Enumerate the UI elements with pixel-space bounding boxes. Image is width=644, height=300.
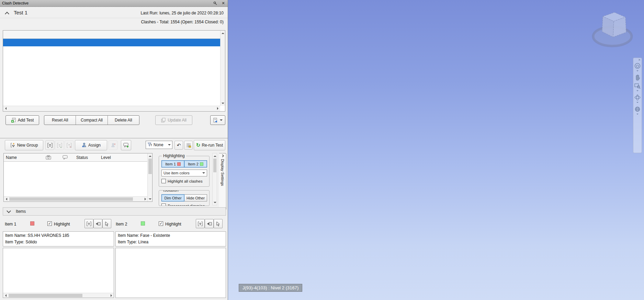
dim-other-button[interactable]: Dim Other	[161, 194, 184, 201]
item2-swatch	[141, 221, 145, 226]
transparent-dimming-checkbox[interactable]	[161, 204, 166, 206]
highlight-all-checkbox[interactable]	[161, 179, 166, 183]
orbit-icon[interactable]	[634, 94, 641, 101]
item2-back-button[interactable]	[205, 219, 214, 228]
rerun-test-button[interactable]: ↻ Re-run Test	[194, 140, 225, 150]
collapse-items-icon	[7, 209, 11, 213]
dropdown-arrow-icon[interactable]	[636, 114, 639, 116]
results-horizontal-scrollbar[interactable]	[4, 196, 148, 201]
remove-from-group-button[interactable]	[65, 140, 74, 150]
column-name[interactable]: Name	[4, 153, 41, 161]
tests-table-row[interactable]	[3, 39, 220, 46]
item1-name-text: Item Name: SS.HH VARONES 185	[5, 232, 112, 239]
column-camera[interactable]	[41, 153, 54, 161]
results-grid-rows	[4, 162, 148, 197]
speech-bubble-icon	[63, 155, 68, 160]
item2-highlight-checkbox[interactable]: ✓	[159, 221, 163, 226]
zoom-window-icon[interactable]	[634, 82, 641, 90]
tests-vertical-scrollbar[interactable]	[220, 31, 225, 106]
isolation-group: Isolation Dim Other Hide Other Transpare…	[159, 190, 210, 206]
new-group-label: New Group	[17, 143, 38, 148]
dropdown-arrow-icon	[168, 144, 171, 147]
item1-tree	[3, 248, 114, 298]
items-section-header[interactable]: Items	[3, 207, 226, 216]
update-all-button[interactable]: Update All	[155, 115, 192, 125]
reset-all-button[interactable]: Reset All	[44, 116, 76, 125]
cursor-icon	[105, 221, 109, 226]
display-settings-label: Display Settings	[221, 159, 225, 186]
test-actions-group: Reset All Compact All Delete All	[44, 115, 139, 125]
dropdown-arrow-icon[interactable]	[636, 90, 639, 92]
hide-other-button[interactable]: Hide Other	[184, 194, 207, 201]
add-to-group-button[interactable]	[55, 140, 64, 150]
item2-toggle-button[interactable]: Item 2	[184, 160, 207, 168]
update-all-icon	[161, 118, 166, 123]
item2-highlight-label: Highlight	[165, 222, 181, 227]
comment-icon	[123, 142, 129, 148]
dropdown-arrow-icon	[220, 119, 223, 122]
delete-all-button[interactable]: Delete All	[108, 116, 139, 125]
look-around-icon[interactable]	[634, 105, 641, 113]
add-test-label: Add Test	[18, 118, 34, 123]
pan-hand-icon[interactable]	[634, 74, 641, 81]
filter-dropdown[interactable]: None	[146, 141, 172, 149]
filter-icon	[147, 142, 152, 147]
pin-icon[interactable]	[213, 1, 217, 5]
undo-button[interactable]: ↶	[174, 141, 183, 150]
dropdown-arrow-icon[interactable]	[636, 70, 639, 72]
item1-highlight-checkbox[interactable]: ✓	[47, 221, 52, 226]
close-icon[interactable]: ✕	[221, 1, 226, 5]
rerun-icon: ↻	[196, 142, 201, 148]
transparent-dimming-label: Transparent dimming	[168, 204, 205, 206]
panel-title: Clash Detective	[2, 1, 29, 5]
tests-horizontal-scrollbar[interactable]	[3, 106, 220, 111]
clash-detective-panel: Clash Detective ✕ Test 1 Last Run: lunes…	[0, 0, 228, 300]
navbar-close-icon[interactable]: ✕	[638, 59, 641, 61]
column-status[interactable]: Status	[74, 153, 99, 161]
new-group-button[interactable]: New Group	[5, 140, 43, 150]
item2-name-text: Item Name: Fase - Existente	[118, 232, 224, 239]
column-comment[interactable]	[54, 153, 74, 161]
add-test-button[interactable]: Add Test	[5, 115, 39, 125]
item-colors-dropdown[interactable]: Use item colors	[161, 170, 207, 176]
item2-color-swatch	[200, 162, 203, 166]
add-comment-button[interactable]	[121, 140, 131, 150]
item1-swatch	[30, 221, 34, 226]
rerun-label: Re-run Test	[202, 143, 223, 148]
item1-group-button[interactable]	[84, 219, 93, 228]
options-vertical-scrollbar[interactable]	[212, 153, 217, 205]
display-settings-tab[interactable]: Display Settings	[219, 153, 226, 210]
group-icon-button[interactable]	[45, 140, 54, 150]
return-icon	[95, 222, 101, 226]
application-window: Clash Detective ✕ Test 1 Last Run: lunes…	[0, 0, 644, 300]
last-run-text: Last Run: lunes, 25 de julio de 2022 00:…	[140, 11, 224, 15]
highlighting-group: Highlighting Item 1 Item 2 Use item colo…	[159, 156, 210, 187]
sort-button[interactable]	[184, 141, 193, 150]
report-export-dropdown-button[interactable]	[210, 115, 225, 125]
item1-highlight-label: Highlight	[54, 222, 70, 227]
highlighting-title: Highlighting	[162, 153, 186, 158]
item2-group-button[interactable]	[196, 219, 205, 228]
viewport-canvas[interactable]	[228, 0, 644, 300]
item1-toggle-button[interactable]: Item 1	[161, 160, 184, 168]
tree1-horizontal-scrollbar[interactable]	[3, 293, 114, 298]
item2-toggle-label: Item 2	[188, 162, 199, 166]
collapse-test-icon[interactable]	[5, 12, 9, 16]
results-vertical-scrollbar[interactable]	[147, 153, 152, 201]
column-level[interactable]: Level	[99, 153, 148, 161]
unassign-button[interactable]	[109, 140, 117, 150]
view-cube[interactable]	[590, 8, 635, 52]
dropdown-arrow-icon[interactable]	[636, 102, 639, 104]
isolation-title: Isolation	[162, 190, 180, 193]
item1-back-button[interactable]	[93, 219, 102, 228]
expand-icon	[221, 154, 224, 157]
item1-select-button[interactable]	[102, 219, 111, 228]
item2-select-button[interactable]	[214, 219, 223, 228]
compact-all-button[interactable]: Compact All	[76, 116, 108, 125]
hide-other-label: Hide Other	[187, 196, 205, 200]
assign-button[interactable]: Assign	[75, 140, 107, 150]
panel-titlebar[interactable]: Clash Detective ✕	[0, 0, 228, 7]
camera-icon	[46, 155, 51, 160]
3d-viewport[interactable]: ✕ J(93)-4(103) : Nivel 2 (3167)	[228, 0, 644, 300]
steering-wheel-icon[interactable]	[634, 62, 641, 70]
